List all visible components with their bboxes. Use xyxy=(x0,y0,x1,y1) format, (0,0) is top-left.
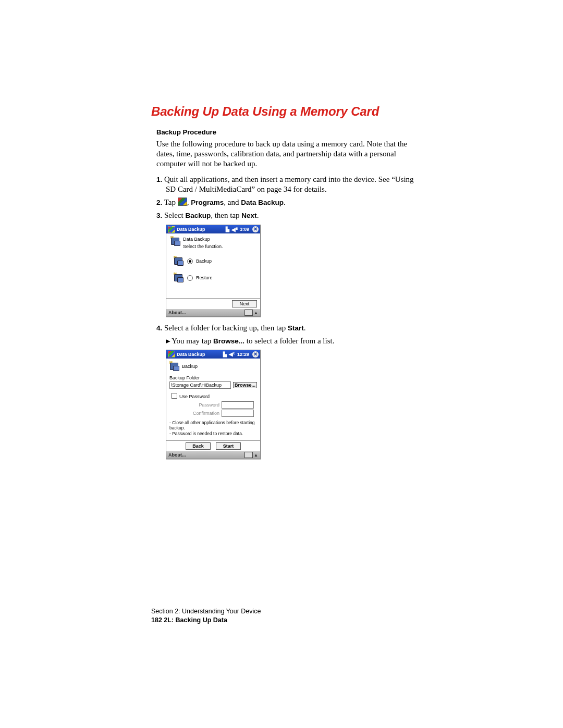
bottom-bar: About... ▲ xyxy=(166,451,260,459)
close-icon[interactable]: ✕ xyxy=(252,351,259,357)
note-line: ▶ You may tap Browse... to select a fold… xyxy=(166,337,417,346)
back-button[interactable]: Back xyxy=(186,442,211,450)
step-3: 3. Select Backup, then tap Next. xyxy=(156,211,417,220)
start-label: Start xyxy=(288,324,304,332)
step-1: 1. Quit all applications, and then inser… xyxy=(156,175,417,194)
radio-restore-label: Restore xyxy=(196,275,213,280)
clock: 12:29 xyxy=(237,352,249,357)
browse-button[interactable]: Browse... xyxy=(233,382,257,388)
confirmation-input[interactable] xyxy=(222,410,254,417)
step-text: . xyxy=(304,324,306,332)
backup-option[interactable]: Backup xyxy=(174,256,256,266)
start-menu-icon xyxy=(178,198,187,206)
bullet-icon: ▶ xyxy=(166,338,170,344)
button-bar: Next xyxy=(166,298,260,309)
volume-icon: ◀ᴱ xyxy=(229,351,235,357)
restore-icon xyxy=(174,273,183,282)
window-titlebar: Data Backup ▙ ◀ᴱ 12:29 ✕ xyxy=(166,350,260,359)
subsection-title: Backup Procedure xyxy=(156,128,417,136)
note-2: - Password is needed to restore data. xyxy=(169,431,257,437)
restore-option[interactable]: Restore xyxy=(174,273,256,282)
next-label: Next xyxy=(241,212,256,219)
step-text: Select xyxy=(164,211,185,219)
footer-page: 182 2L: Backing Up Data xyxy=(151,616,261,624)
sip-arrow-icon[interactable]: ▲ xyxy=(254,453,258,458)
about-link[interactable]: About... xyxy=(168,310,186,315)
note-text: to select a folder from a list. xyxy=(244,337,334,345)
step-list: 1. Quit all applications, and then inser… xyxy=(156,175,417,221)
bottom-bar: About... ▲ xyxy=(166,309,260,316)
step-text: , and xyxy=(224,198,241,206)
step-text: Tap xyxy=(164,198,178,206)
signal-icon: ▙ xyxy=(223,352,227,357)
intro-paragraph: Use the following procedure to back up d… xyxy=(156,139,417,169)
start-icon[interactable] xyxy=(168,226,175,233)
step-number: 3. xyxy=(156,212,162,219)
password-input[interactable] xyxy=(222,401,254,409)
keyboard-icon[interactable] xyxy=(244,452,253,458)
backup-icon xyxy=(174,256,183,266)
step-text: Quit all applications, and then insert a… xyxy=(164,175,414,193)
screenshot-1: Data Backup ▙ ◀ᴱ 3:09 ✕ Data Backup Sele… xyxy=(166,225,261,317)
use-password-label: Use Password xyxy=(179,394,210,399)
radio-backup[interactable] xyxy=(187,258,193,264)
footer-section: Section 2: Understanding Your Device xyxy=(151,608,261,615)
app-icon xyxy=(169,362,179,371)
button-bar: Back Start xyxy=(166,440,260,451)
step-text: , then tap xyxy=(211,211,241,219)
section-title: Backing Up Data Using a Memory Card xyxy=(151,104,417,119)
app-title: Data Backup xyxy=(183,237,223,242)
folder-label: Backup Folder xyxy=(169,375,257,380)
step-4: 4. Select a folder for backing up, then … xyxy=(156,323,417,333)
window-title: Data Backup xyxy=(177,227,205,232)
window-titlebar: Data Backup ▙ ◀ᴱ 3:09 ✕ xyxy=(166,225,260,233)
notes: - Close all other applications before st… xyxy=(169,420,257,437)
step-2: 2. Tap , Programs, and Data Backup. xyxy=(156,198,417,207)
folder-input[interactable]: \Storage Card\HiBackup xyxy=(169,381,231,389)
step-text: . xyxy=(284,198,286,206)
radio-restore[interactable] xyxy=(187,275,193,281)
window-title: Data Backup xyxy=(177,352,205,357)
signal-icon: ▙ xyxy=(226,227,229,232)
screenshot-2: Data Backup ▙ ◀ᴱ 12:29 ✕ Backup Backup F… xyxy=(166,350,261,460)
app-icon xyxy=(170,237,180,246)
close-icon[interactable]: ✕ xyxy=(252,226,259,232)
next-button[interactable]: Next xyxy=(232,300,257,307)
app-subtitle: Select the function. xyxy=(183,244,223,249)
screen-title: Backup xyxy=(182,364,198,369)
step-number: 4. xyxy=(156,324,162,332)
programs-label: Programs xyxy=(191,199,224,206)
start-icon[interactable] xyxy=(168,351,175,357)
step-number: 2. xyxy=(156,199,162,206)
start-button[interactable]: Start xyxy=(216,442,241,450)
step-text: . xyxy=(257,211,259,219)
step-number: 1. xyxy=(156,176,162,183)
data-backup-label: Data Backup xyxy=(241,199,284,206)
browse-label: Browse... xyxy=(213,337,244,345)
step-text: Select a folder for backing up, then tap xyxy=(164,324,288,332)
keyboard-icon[interactable] xyxy=(244,310,253,316)
about-link[interactable]: About... xyxy=(168,452,186,458)
note-text: You may tap xyxy=(172,337,213,345)
sip-arrow-icon[interactable]: ▲ xyxy=(254,311,258,315)
backup-label: Backup xyxy=(185,212,211,219)
clock: 3:09 xyxy=(240,227,249,232)
use-password-checkbox[interactable] xyxy=(172,393,177,399)
radio-backup-label: Backup xyxy=(196,258,212,264)
password-label: Password xyxy=(186,402,219,408)
page-footer: Section 2: Understanding Your Device 182… xyxy=(151,608,261,624)
step-list-continued: 4. Select a folder for backing up, then … xyxy=(156,323,417,333)
volume-icon: ◀ᴱ xyxy=(231,227,238,232)
confirmation-label: Confirmation xyxy=(186,411,219,416)
note-1: - Close all other applications before st… xyxy=(169,420,257,431)
